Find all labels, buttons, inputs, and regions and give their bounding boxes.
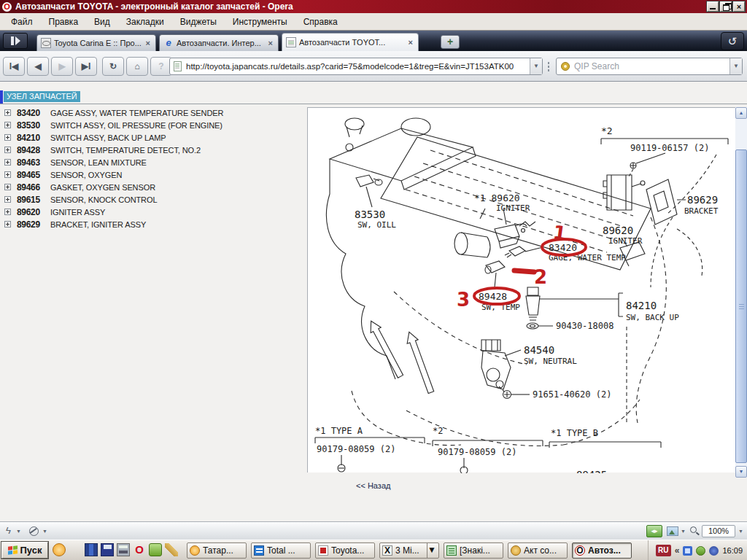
home-button[interactable]: ⌂ — [126, 57, 148, 76]
images-toggle-button[interactable] — [667, 526, 678, 536]
part-row[interactable]: 89428SWITCH, TEMPERATURE DETECT, NO.2 — [0, 144, 306, 156]
expand-plus-icon[interactable] — [4, 184, 11, 190]
turbo-dropdown-icon[interactable]: ▼ — [42, 529, 47, 534]
search-dropdown-icon[interactable]: ▼ — [729, 58, 742, 74]
sync-dropdown-icon[interactable]: ▼ — [16, 529, 21, 534]
tab-autoparts-internet[interactable]: Автозапчасти. Интер... × — [159, 34, 279, 51]
calculator-icon[interactable] — [117, 543, 130, 556]
page-scrollbar[interactable]: ▲ ▼ — [735, 107, 747, 478]
tab-close-icon[interactable]: × — [407, 38, 414, 47]
expand-plus-icon[interactable] — [4, 209, 11, 215]
expand-plus-icon[interactable] — [4, 134, 11, 141]
start-button[interactable]: Пуск — [1, 542, 48, 559]
task-excel-group[interactable]: X3 Mi...▼ — [379, 542, 439, 559]
tab-autoparts-toyota-active[interactable]: Автозапчасти TOYOT... × — [282, 33, 419, 51]
clock-app-icon[interactable] — [53, 543, 66, 556]
search-input[interactable]: QIP Search ▼ — [556, 58, 743, 75]
fast-forward-button[interactable]: ▶I — [75, 57, 97, 76]
opera-launch-icon[interactable]: O — [133, 543, 146, 556]
expand-plus-icon[interactable] — [4, 147, 11, 153]
menu-view[interactable]: Вид — [86, 15, 118, 29]
total-commander-icon — [254, 545, 264, 556]
task-opera-active[interactable]: OАвтоз... — [572, 542, 632, 559]
menu-bookmarks[interactable]: Закладки — [118, 15, 172, 29]
qip-messenger-icon[interactable] — [149, 543, 162, 556]
reload-button[interactable]: ↻ — [102, 57, 124, 76]
tab-toyota-carina[interactable]: Toyota Carina E :: Про... × — [36, 34, 156, 51]
menu-file[interactable]: Файл — [3, 15, 41, 29]
address-dropdown-icon[interactable]: ▼ — [530, 58, 542, 74]
back-button[interactable]: ◀ — [27, 57, 49, 76]
panels-toggle-button[interactable] — [3, 33, 28, 49]
address-field[interactable]: http://toyota.japancats.ru/details.asp?c… — [169, 58, 543, 75]
menu-edit[interactable]: Правка — [41, 15, 87, 29]
part-row[interactable]: 89465SENSOR, OXYGEN — [0, 168, 306, 181]
rewind-button[interactable]: I◀ — [3, 57, 25, 76]
images-dropdown-icon[interactable]: ▼ — [681, 529, 686, 534]
part-code[interactable]: 89466 — [17, 182, 50, 192]
menu-tools[interactable]: Инструменты — [225, 15, 295, 29]
expand-plus-icon[interactable] — [4, 159, 11, 166]
part-row[interactable]: 89463SENSOR, LEAN MIXTURE — [0, 156, 306, 168]
tray-icq-icon[interactable] — [709, 546, 719, 556]
expand-plus-icon[interactable] — [4, 221, 11, 228]
save-disk-icon[interactable] — [101, 543, 114, 556]
expand-plus-icon[interactable] — [4, 171, 11, 178]
tab-close-icon[interactable]: × — [144, 39, 152, 47]
part-code[interactable]: 89428 — [17, 145, 50, 155]
part-code[interactable]: 89615 — [17, 195, 50, 205]
expand-plus-icon[interactable] — [4, 122, 11, 128]
scroll-down-icon[interactable]: ▼ — [735, 466, 747, 478]
forward-button[interactable]: ▶ — [51, 57, 73, 76]
menu-help[interactable]: Справка — [295, 15, 346, 29]
part-row[interactable]: 89615SENSOR, KNOCK CONTROL — [0, 193, 306, 206]
part-row[interactable]: 84210SWITCH ASSY, BACK UP LAMP — [0, 131, 306, 144]
tray-messenger-icon[interactable] — [683, 546, 692, 556]
url-text[interactable]: http://toyota.japancats.ru/details.asp?c… — [186, 62, 530, 71]
task-tatar[interactable]: Татар... — [187, 542, 247, 559]
fit-to-width-button[interactable]: ◂▸ — [646, 525, 662, 537]
task-znaki[interactable]: [Знакi... — [444, 542, 503, 559]
part-row[interactable]: 89466GASKET, OXYGEN SENSOR — [0, 181, 306, 193]
part-code[interactable]: 89463 — [17, 158, 50, 168]
part-code[interactable]: 84210 — [17, 133, 50, 143]
tray-qip-icon[interactable] — [696, 546, 705, 556]
tab-close-icon[interactable]: × — [267, 39, 274, 47]
toolbar-splitter[interactable] — [547, 61, 550, 73]
part-row[interactable]: 83530SWITCH ASSY, OIL PRESSURE (FOR ENGI… — [0, 119, 306, 131]
close-button[interactable]: × — [733, 1, 745, 12]
restore-button[interactable] — [720, 1, 732, 12]
new-tab-button[interactable]: + — [441, 35, 460, 49]
zoom-dropdown-icon[interactable]: ▼ — [738, 529, 743, 534]
back-link[interactable]: << Назад — [356, 481, 390, 490]
task-toyota-pdf[interactable]: Toyota... — [315, 542, 375, 559]
task-akt[interactable]: Акт со... — [508, 542, 568, 559]
tray-chevron-icon[interactable]: « — [675, 545, 680, 556]
expand-plus-icon[interactable] — [4, 196, 11, 203]
sync-icon[interactable]: ϟ — [6, 525, 11, 536]
internet-explorer-icon[interactable] — [69, 543, 82, 556]
part-row[interactable]: 89620IGNITER ASSY — [0, 206, 306, 218]
part-code[interactable]: 89465 — [17, 170, 50, 180]
task-total-commander[interactable]: Total ... — [251, 542, 311, 559]
label-sw-oil: SW, OILL — [357, 220, 396, 230]
menu-widgets[interactable]: Виджеты — [172, 15, 225, 29]
part-row[interactable]: 83420GAGE ASSY, WATER TEMPERATURE SENDER — [0, 106, 306, 119]
expand-plus-icon[interactable] — [4, 109, 11, 116]
part-code[interactable]: 89629 — [17, 219, 50, 230]
scroll-up-icon[interactable]: ▲ — [735, 107, 747, 119]
search-placeholder[interactable]: QIP Search — [574, 61, 729, 71]
zoom-level[interactable]: 100% — [702, 525, 735, 537]
part-code[interactable]: 83420 — [17, 108, 50, 118]
scrollbar-thumb[interactable] — [735, 149, 747, 463]
language-indicator[interactable]: RU — [656, 545, 671, 556]
closed-tabs-button[interactable]: ↺ — [721, 32, 744, 50]
part-row[interactable]: 89629BRACKET, IGNITER ASSY — [0, 218, 306, 230]
catalog-app-icon[interactable] — [85, 543, 98, 556]
part-code[interactable]: 89620 — [17, 207, 50, 217]
minimize-button[interactable] — [707, 1, 719, 12]
turbo-globe-icon[interactable] — [29, 526, 39, 536]
paint-brush-icon[interactable] — [165, 543, 178, 556]
part-code[interactable]: 83530 — [17, 120, 50, 131]
group-dropdown-icon[interactable]: ▼ — [427, 542, 436, 559]
